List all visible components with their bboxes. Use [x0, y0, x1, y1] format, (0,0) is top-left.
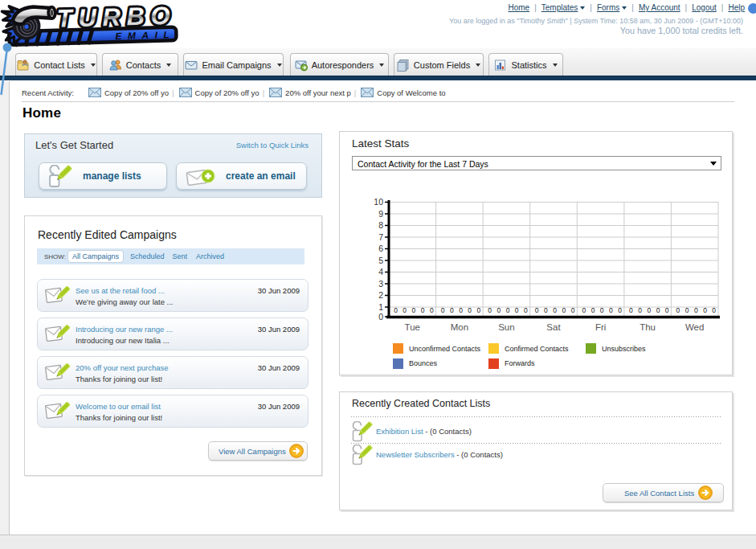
svg-text:0: 0: [553, 306, 557, 314]
svg-text:TURBO: TURBO: [56, 2, 170, 33]
svg-text:2: 2: [378, 290, 383, 300]
svg-text:0: 0: [477, 306, 481, 314]
svg-text:0: 0: [562, 306, 566, 314]
svg-text:3: 3: [378, 279, 383, 289]
svg-text:EMAIL: EMAIL: [115, 29, 175, 42]
svg-text:0: 0: [676, 306, 680, 314]
svg-text:0: 0: [694, 306, 698, 314]
svg-text:0: 0: [378, 312, 383, 322]
svg-text:0: 0: [638, 306, 642, 314]
svg-text:8: 8: [378, 220, 383, 230]
svg-text:0: 0: [506, 306, 510, 314]
svg-text:0: 0: [497, 306, 501, 314]
svg-text:0: 0: [468, 306, 472, 314]
svg-text:0: 0: [618, 306, 622, 314]
svg-text:0: 0: [571, 306, 575, 314]
svg-text:0: 0: [450, 306, 454, 314]
svg-text:10: 10: [374, 197, 383, 207]
svg-text:Fri: Fri: [595, 322, 606, 332]
svg-text:0: 0: [403, 306, 407, 314]
svg-text:0: 0: [459, 306, 463, 314]
svg-text:0: 0: [600, 306, 604, 314]
svg-text:0: 0: [712, 306, 716, 314]
svg-text:0: 0: [430, 306, 434, 314]
svg-text:0: 0: [582, 306, 586, 314]
svg-text:Sun: Sun: [498, 322, 514, 332]
svg-text:0: 0: [441, 306, 445, 314]
svg-text:0: 0: [535, 306, 539, 314]
svg-text:0: 0: [524, 306, 528, 314]
svg-text:0: 0: [629, 306, 633, 314]
svg-text:0: 0: [394, 306, 398, 314]
svg-text:0: 0: [609, 306, 613, 314]
svg-text:0: 0: [488, 306, 492, 314]
svg-text:Wed: Wed: [685, 322, 704, 332]
svg-text:0: 0: [591, 306, 595, 314]
svg-text:0: 0: [665, 306, 669, 314]
svg-text:5: 5: [378, 256, 383, 265]
svg-text:0: 0: [421, 306, 425, 314]
svg-text:1: 1: [378, 302, 383, 312]
svg-text:0: 0: [412, 306, 416, 314]
svg-text:0: 0: [515, 306, 519, 314]
svg-text:7: 7: [378, 232, 383, 242]
svg-text:Sat: Sat: [546, 322, 561, 332]
svg-text:Tue: Tue: [405, 322, 420, 332]
svg-text:9: 9: [378, 209, 383, 219]
svg-text:6: 6: [378, 244, 383, 253]
svg-text:0: 0: [544, 306, 548, 314]
svg-text:0: 0: [703, 306, 707, 314]
svg-text:4: 4: [378, 267, 383, 277]
svg-text:Thu: Thu: [640, 322, 656, 332]
svg-text:0: 0: [685, 306, 689, 314]
svg-text:Mon: Mon: [451, 322, 468, 332]
svg-text:0: 0: [656, 306, 660, 314]
svg-text:0: 0: [647, 306, 651, 314]
